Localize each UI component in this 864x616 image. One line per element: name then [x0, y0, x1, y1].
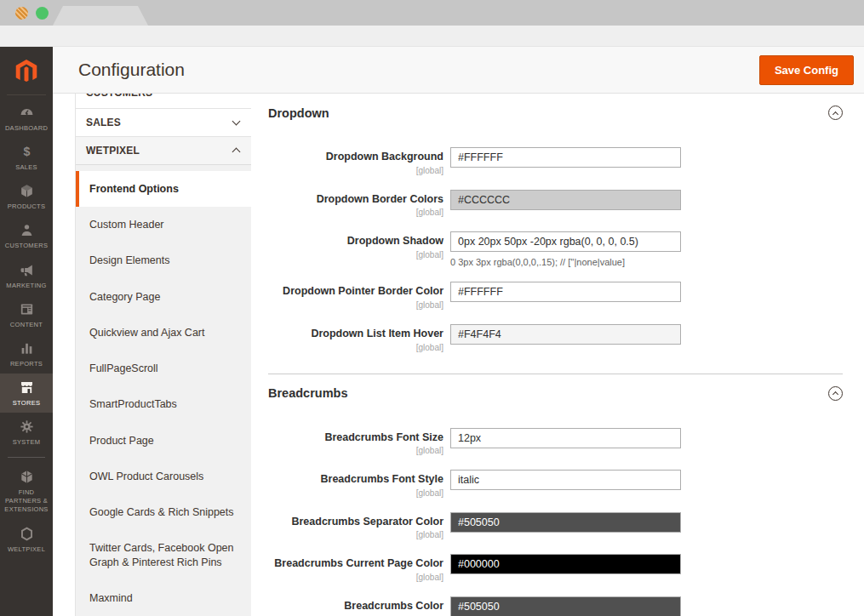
- sidebar-item-sales[interactable]: $SALES: [0, 138, 53, 177]
- sidebar-item-label: REPORTS: [2, 360, 51, 368]
- field-scope: [global]: [268, 573, 443, 582]
- field-scope: [global]: [268, 250, 443, 260]
- field-label: Breadcrumbs Font Size: [268, 431, 443, 445]
- field-row-dropdown-background: Dropdown Background[global]: [268, 147, 843, 175]
- sidebar-item-reports[interactable]: REPORTS: [0, 334, 53, 374]
- field-row-dropdown-pointer-border-color: Dropdown Pointer Border Color[global]: [268, 282, 843, 310]
- dropdown-list-item-hover-input[interactable]: [450, 324, 681, 345]
- field-label: Dropdown Background: [268, 151, 443, 164]
- field-row-breadcrumbs-font-size: Breadcrumbs Font Size[global]: [268, 428, 843, 456]
- chevron-up-icon: [833, 391, 838, 397]
- field-label: Breadcrumbs Separator Color: [268, 516, 443, 529]
- field-scope: [global]: [268, 488, 443, 498]
- content-icon: [2, 301, 51, 318]
- stores-icon: [2, 379, 51, 396]
- config-nav-item-custom-header[interactable]: Custom Header: [76, 207, 251, 242]
- field-label: Breadcrumbs Current Page Color: [268, 557, 443, 571]
- chevron-down-icon: [232, 117, 241, 125]
- dropdown-background-input[interactable]: [450, 147, 681, 168]
- field-label: Dropdown Pointer Border Color: [268, 285, 443, 299]
- config-nav-items: Frontend OptionsCustom HeaderDesign Elem…: [76, 165, 251, 616]
- magento-logo-icon[interactable]: [0, 47, 53, 94]
- products-icon: [2, 183, 51, 200]
- field-scope: [global]: [268, 343, 443, 352]
- config-nav-item-smartproducttabs[interactable]: SmartProductTabs: [76, 386, 251, 422]
- svg-text:$: $: [23, 145, 30, 158]
- config-nav-item-maxmind[interactable]: Maxmind: [76, 580, 251, 616]
- config-nav-tab-sales[interactable]: SALES: [76, 109, 251, 137]
- config-content: DropdownDropdown Background[global]Dropd…: [251, 94, 864, 616]
- sidebar-item-label: PRODUCTS: [2, 202, 51, 211]
- save-config-button[interactable]: Save Config: [759, 55, 854, 85]
- config-nav-item-design-elements[interactable]: Design Elements: [76, 242, 251, 278]
- config-nav-item-owl-product-carousels[interactable]: OWL Product Carousels: [76, 459, 251, 494]
- dropdown-shadow-input[interactable]: [450, 231, 681, 252]
- field-row-breadcrumbs-color: Breadcrumbs Color[global]: [268, 596, 843, 616]
- config-nav-tab-wetpixel[interactable]: WETPIXEL: [76, 137, 251, 165]
- collapse-section-icon[interactable]: [828, 386, 843, 401]
- config-nav-item-google-cards-rich-snippets[interactable]: Google Cards & Rich Snippets: [76, 494, 251, 530]
- field-scope: [global]: [268, 166, 443, 175]
- field-scope: [global]: [268, 300, 443, 310]
- chevron-up-icon: [833, 111, 838, 117]
- reports-icon: [2, 340, 51, 357]
- field-scope: [global]: [268, 446, 443, 455]
- marketing-icon: [2, 262, 51, 279]
- window-dot-green-icon[interactable]: [36, 7, 49, 20]
- config-nav-item-product-page[interactable]: Product Page: [76, 423, 251, 459]
- window-dot-orange-icon[interactable]: [15, 7, 28, 20]
- field-row-dropdown-list-item-hover: Dropdown List Item Hover[global]: [268, 324, 843, 352]
- breadcrumbs-font-style-input[interactable]: [450, 470, 681, 490]
- section-divider: [268, 374, 843, 374]
- sidebar-item-label: SYSTEM: [2, 438, 51, 447]
- breadcrumbs-font-size-input[interactable]: [450, 428, 681, 448]
- page-header: Configuration Save Config: [53, 47, 864, 94]
- sidebar-item-find-partners-extensions[interactable]: FIND PARTNERS & EXTENSIONS: [0, 463, 53, 519]
- sidebar-item-marketing[interactable]: MARKETING: [0, 256, 53, 295]
- sidebar-item-content[interactable]: CONTENT: [0, 295, 53, 334]
- sidebar-item-label: CUSTOMERS: [2, 242, 51, 250]
- section-breadcrumbs: BreadcrumbsBreadcrumbs Font Size[global]…: [268, 386, 843, 616]
- collapse-section-icon[interactable]: [828, 106, 843, 120]
- sales-icon: $: [2, 144, 51, 161]
- browser-tab[interactable]: [53, 6, 148, 26]
- sidebar-item-label: WELTPIXEL: [2, 545, 51, 554]
- sidebar-item-label: DASHBOARD: [2, 124, 51, 133]
- dropdown-pointer-border-color-input[interactable]: [450, 282, 681, 302]
- field-label: Dropdown Border Colors: [268, 193, 443, 207]
- page-title: Configuration: [78, 60, 759, 80]
- field-hint: 0 3px 3px rgba(0,0,0,.15); // [''|none|v…: [450, 257, 843, 267]
- sidebar-item-label: FIND PARTNERS & EXTENSIONS: [2, 488, 51, 514]
- weltpixel-icon: [2, 526, 51, 543]
- sidebar-item-dashboard[interactable]: DASHBOARD: [0, 99, 53, 138]
- sidebar-item-label: STORES: [2, 399, 51, 408]
- customers-icon: [2, 222, 51, 239]
- field-label: Breadcrumbs Color: [268, 600, 443, 613]
- breadcrumbs-color-input[interactable]: [450, 596, 681, 616]
- divider: [7, 94, 46, 95]
- sidebar-item-weltpixel[interactable]: WELTPIXEL: [0, 520, 53, 559]
- field-row-breadcrumbs-font-style: Breadcrumbs Font Style[global]: [268, 470, 843, 498]
- sidebar-item-products[interactable]: PRODUCTS: [0, 177, 53, 216]
- screenshot-root: DASHBOARD$SALESPRODUCTSCUSTOMERSMARKETIN…: [0, 0, 864, 616]
- field-row-dropdown-border-colors: Dropdown Border Colors[global]: [268, 190, 843, 218]
- sidebar-item-stores[interactable]: STORES: [0, 374, 53, 413]
- divider: [8, 457, 45, 458]
- config-nav-item-twitter-cards-facebook-open-graph-pinterest-rich-pins[interactable]: Twitter Cards, Facebook Open Graph & Pin…: [76, 530, 251, 580]
- config-nav-item-frontend-options[interactable]: Frontend Options: [76, 171, 251, 207]
- config-nav-tab-customers[interactable]: CUSTOMERS: [76, 94, 251, 109]
- field-row-breadcrumbs-current-page-color: Breadcrumbs Current Page Color[global]: [268, 554, 843, 582]
- system-icon: [2, 419, 51, 436]
- config-nav-item-fullpagescroll[interactable]: FullPageScroll: [76, 351, 251, 386]
- sidebar-item-label: MARKETING: [2, 282, 51, 290]
- breadcrumbs-current-page-color-input[interactable]: [450, 554, 681, 574]
- sidebar-item-system[interactable]: SYSTEM: [0, 413, 53, 452]
- dropdown-border-colors-input[interactable]: [450, 190, 681, 210]
- field-label: Dropdown List Item Hover: [268, 328, 443, 341]
- config-nav-item-category-page[interactable]: Category Page: [76, 279, 251, 315]
- field-label: Breadcrumbs Font Style: [268, 473, 443, 487]
- sidebar-item-customers[interactable]: CUSTOMERS: [0, 216, 53, 255]
- field-scope: [global]: [268, 208, 443, 217]
- breadcrumbs-separator-color-input[interactable]: [450, 512, 681, 533]
- config-nav-item-quickview-and-ajax-cart[interactable]: Quickview and Ajax Cart: [76, 315, 251, 351]
